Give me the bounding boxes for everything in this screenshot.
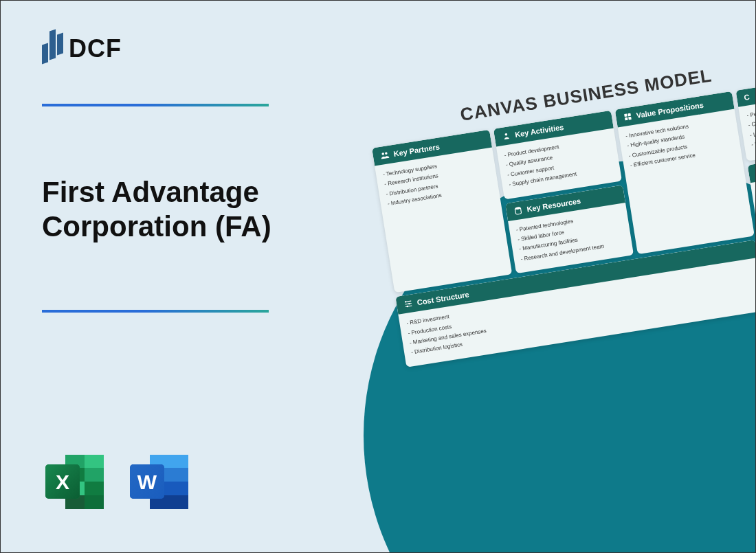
svg-rect-26	[625, 117, 628, 121]
cell-key-resources: Key Resources Patented technologiesSkill…	[505, 185, 634, 273]
page-title: First Advantage Corporation (FA)	[42, 175, 331, 245]
app-icons-row: X W	[42, 449, 192, 515]
excel-icon: X	[42, 449, 107, 515]
svg-point-23	[515, 206, 521, 210]
svg-point-20	[381, 153, 384, 155]
dcf-logo: DCF	[42, 32, 331, 66]
svg-rect-8	[85, 495, 104, 509]
svg-text:W: W	[137, 471, 157, 493]
logo-bars-icon	[42, 32, 63, 66]
cell-value-propositions: Value Propositions Innovative tech solut…	[614, 91, 755, 255]
svg-rect-7	[85, 482, 104, 495]
left-panel: DCF First Advantage Corporation (FA)	[42, 32, 331, 313]
svg-rect-27	[628, 117, 632, 120]
cell-key-activities: Key Activities Product developmentQualit…	[493, 111, 622, 199]
partners-icon	[379, 150, 390, 161]
svg-rect-6	[85, 468, 104, 482]
cell-label: Key Partners	[393, 142, 441, 157]
word-icon: W	[126, 449, 192, 515]
svg-rect-5	[85, 455, 104, 468]
svg-rect-24	[624, 114, 627, 117]
canvas-document: CANVAS BUSINESS MODEL Key Partners Techn…	[367, 50, 756, 367]
svg-point-22	[504, 133, 507, 136]
svg-rect-25	[627, 113, 631, 117]
svg-point-34	[407, 306, 409, 308]
cost-icon	[403, 298, 414, 309]
cell-label: C	[744, 93, 751, 102]
brand-text: DCF	[69, 34, 122, 63]
resources-icon	[513, 205, 524, 216]
svg-point-32	[405, 301, 407, 303]
svg-point-21	[385, 152, 388, 155]
activities-icon	[500, 131, 511, 142]
svg-text:X: X	[56, 471, 69, 493]
cell-key-partners: Key Partners Technology suppliersResearc…	[372, 130, 512, 293]
divider-top	[42, 104, 269, 106]
svg-point-33	[408, 303, 410, 305]
value-icon	[622, 111, 633, 122]
divider-bottom	[42, 310, 269, 313]
